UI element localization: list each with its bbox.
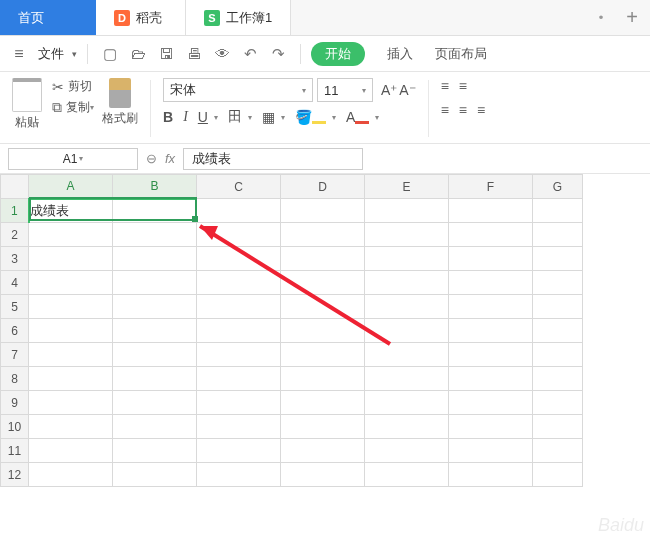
cell[interactable] [197,463,281,487]
redo-icon[interactable]: ↷ [266,42,290,66]
column-header[interactable]: A [29,175,113,199]
cell[interactable] [533,295,583,319]
cell[interactable] [197,391,281,415]
start-tab[interactable]: 开始 [311,42,365,66]
cell[interactable] [533,199,583,223]
paste-button[interactable]: 粘贴▾ [8,78,46,139]
row-header[interactable]: 6 [1,319,29,343]
cell[interactable] [533,463,583,487]
cell[interactable] [281,343,365,367]
row-header[interactable]: 7 [1,343,29,367]
spreadsheet-grid[interactable]: A B C D E F G 1 成绩表 2 3 4 5 6 7 8 9 10 1… [0,174,650,542]
page-layout-tab[interactable]: 页面布局 [435,45,487,63]
cell[interactable] [29,343,113,367]
cell[interactable] [449,415,533,439]
cell[interactable] [29,223,113,247]
cell[interactable] [533,391,583,415]
new-tab-button[interactable]: + [614,0,650,35]
cell[interactable] [281,367,365,391]
name-box[interactable]: A1▾ [8,148,138,170]
cell[interactable] [365,223,449,247]
cell[interactable] [281,223,365,247]
align-left-icon[interactable]: ≡ [441,102,449,118]
cell[interactable] [197,415,281,439]
select-all-corner[interactable] [1,175,29,199]
cell[interactable] [29,319,113,343]
cell[interactable] [197,439,281,463]
cell[interactable] [113,247,197,271]
cell[interactable] [533,415,583,439]
row-header[interactable]: 1 [1,199,29,223]
cell[interactable] [113,199,197,223]
cell[interactable] [449,343,533,367]
cell[interactable] [449,463,533,487]
new-file-icon[interactable]: ▢ [98,42,122,66]
cell[interactable] [365,319,449,343]
column-header[interactable]: E [365,175,449,199]
align-right-icon[interactable]: ≡ [477,102,485,118]
cut-button[interactable]: ✂剪切 [52,78,94,95]
column-header[interactable]: D [281,175,365,199]
decrease-font-button[interactable]: A⁻ [399,82,415,98]
cell[interactable] [281,295,365,319]
cell[interactable] [281,391,365,415]
row-header[interactable]: 4 [1,271,29,295]
row-header[interactable]: 8 [1,367,29,391]
cell[interactable] [113,271,197,295]
print-icon[interactable]: 🖶 [182,42,206,66]
cell[interactable] [113,223,197,247]
tab-options-icon[interactable]: • [588,0,614,35]
font-name-select[interactable]: 宋体▾ [163,78,313,102]
cell[interactable] [113,343,197,367]
cell[interactable] [29,367,113,391]
cell[interactable] [365,367,449,391]
column-header[interactable]: C [197,175,281,199]
cell[interactable] [29,415,113,439]
row-header[interactable]: 12 [1,463,29,487]
cell[interactable] [29,391,113,415]
tab-home[interactable]: 首页 [0,0,96,35]
cell[interactable] [197,319,281,343]
cell[interactable] [365,463,449,487]
cell[interactable] [113,319,197,343]
save-icon[interactable]: 🖫 [154,42,178,66]
cell[interactable] [449,199,533,223]
format-painter-button[interactable]: 格式刷 [102,78,138,139]
cell[interactable] [113,415,197,439]
row-header[interactable]: 3 [1,247,29,271]
cell[interactable] [113,439,197,463]
copy-button[interactable]: ⧉复制▾ [52,99,94,116]
bold-button[interactable]: B [163,109,173,125]
column-header[interactable]: B [113,175,197,199]
print-preview-icon[interactable]: 👁 [210,42,234,66]
cell[interactable] [449,247,533,271]
file-menu[interactable]: 文件 [38,45,64,63]
cell[interactable] [449,295,533,319]
cell[interactable] [197,295,281,319]
cell[interactable] [281,463,365,487]
font-color-button[interactable]: A [346,109,369,125]
cell[interactable] [533,247,583,271]
cell[interactable] [29,463,113,487]
row-header[interactable]: 9 [1,391,29,415]
cell-a1[interactable]: 成绩表 [29,199,113,223]
cell[interactable] [29,271,113,295]
cell[interactable] [533,343,583,367]
row-header[interactable]: 2 [1,223,29,247]
hamburger-icon[interactable]: ≡ [8,45,30,63]
cell[interactable] [29,247,113,271]
cell[interactable] [281,319,365,343]
cell[interactable] [449,223,533,247]
cell[interactable] [533,439,583,463]
column-header[interactable]: G [533,175,583,199]
cell[interactable] [449,391,533,415]
cell[interactable] [533,271,583,295]
insert-tab[interactable]: 插入 [387,45,413,63]
cell[interactable] [281,415,365,439]
cell[interactable] [113,391,197,415]
cell[interactable] [365,439,449,463]
cancel-edit-icon[interactable]: ⊖ [146,151,157,166]
cell[interactable] [365,391,449,415]
cell[interactable] [197,199,281,223]
align-middle-icon[interactable]: ≡ [459,78,467,94]
